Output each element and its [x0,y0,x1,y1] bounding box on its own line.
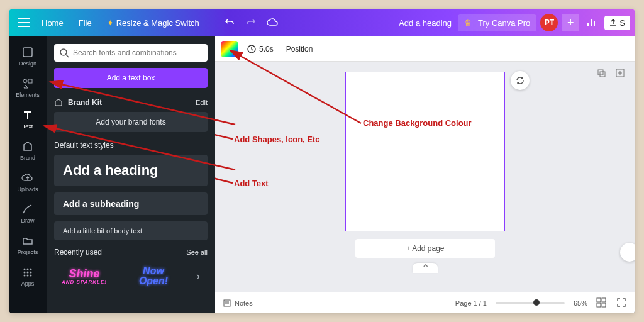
grid-view-button[interactable] [596,297,608,309]
add-text-box-button[interactable]: Add a text box [54,68,208,88]
rail-text[interactable]: Text [9,103,46,135]
thumb-text: Now [143,266,164,276]
svg-rect-15 [600,72,605,77]
rail-label: Projects [18,249,38,255]
search-icon [59,48,69,58]
notes-button[interactable]: Notes [223,299,253,308]
rail-brand[interactable]: Brand [9,135,46,166]
thumb-text: AND SPARKLE! [62,279,107,285]
regenerate-button[interactable] [511,71,530,90]
brand-kit-label: Brand Kit [68,98,102,107]
analytics-icon[interactable] [583,14,601,31]
rail-elements[interactable]: Elements [9,72,46,103]
duplicate-page-button[interactable] [595,67,608,79]
avatar[interactable]: PT [540,14,558,31]
rail-label: Draw [21,218,34,224]
recently-used-label: Recently used [54,248,102,257]
top-bar: Home File ✦Resize & Magic Switch Add a h… [9,9,635,36]
canvas-area: 5.0s Position + Add page ⌃ Notes Page 1 … [215,36,635,313]
default-text-styles-label: Default text styles [54,141,208,150]
rail-apps[interactable]: Apps [9,260,46,292]
svg-point-5 [30,269,32,270]
bottom-bar: Notes Page 1 / 1 65% [215,292,635,313]
page-indicator[interactable]: Page 1 / 1 [455,299,487,307]
svg-rect-17 [224,300,230,306]
rail-draw[interactable]: Draw [9,197,46,229]
svg-point-6 [24,272,26,274]
menu-button[interactable] [14,13,34,33]
rail-label: Brand [20,155,35,161]
text-icon [21,108,35,122]
rail-label: Uploads [17,186,38,192]
rail-uploads[interactable]: Uploads [9,166,46,197]
rail-design[interactable]: Design [9,40,46,72]
svg-point-7 [27,272,29,274]
crown-icon: ✦ [107,18,114,28]
share-label: S [619,18,625,28]
cloud-sync-icon[interactable] [264,14,281,31]
brand-icon [21,140,35,153]
svg-point-12 [60,49,67,55]
notes-label: Notes [235,299,253,307]
next-thumb-button[interactable]: › [196,270,200,283]
help-button[interactable] [620,243,635,262]
upload-icon [609,19,617,26]
resize-magic-button[interactable]: ✦Resize & Magic Switch [99,14,207,31]
zoom-thumb[interactable] [533,299,540,306]
thumb-text: Open! [139,276,168,286]
svg-point-11 [30,275,32,277]
add-body-text-style[interactable]: Add a little bit of body text [54,221,208,240]
zoom-value[interactable]: 65% [574,299,587,307]
svg-rect-19 [602,298,606,302]
background-color-swatch[interactable] [221,41,238,57]
elements-icon [21,77,35,91]
svg-point-3 [24,269,26,270]
zoom-slider[interactable] [496,302,565,304]
try-canva-pro-button[interactable]: ♛Try Canva Pro [458,14,536,31]
text-panel: Add a text box Brand Kit Edit Add your b… [47,36,215,313]
add-page-icon-button[interactable] [614,67,626,79]
redo-button[interactable] [242,14,260,31]
svg-point-10 [27,275,29,277]
svg-rect-2 [28,79,32,83]
see-all-link[interactable]: See all [186,248,208,256]
side-rail: Design Elements Text Brand Uploads Draw … [9,36,47,313]
share-button[interactable]: S [604,16,630,30]
svg-rect-20 [597,303,601,307]
recent-thumb-shine[interactable]: ShineAND SPARKLE! [54,262,114,291]
file-link[interactable]: File [71,14,99,31]
svg-point-8 [30,272,32,274]
plus-button[interactable]: + [562,14,579,31]
notes-icon [223,299,231,308]
duration-control[interactable]: 5.0s [247,44,274,54]
svg-point-9 [24,275,26,277]
draw-icon [21,203,35,216]
search-field[interactable] [54,44,208,62]
timeline-expand-button[interactable]: ⌃ [413,263,438,273]
add-brand-fonts-button[interactable]: Add your brand fonts [54,112,208,132]
edit-brand-kit-link[interactable]: Edit [196,99,208,106]
rail-label: Design [19,60,36,67]
svg-rect-0 [23,48,32,57]
position-button[interactable]: Position [282,42,317,56]
context-bar: 5.0s Position [215,36,635,62]
svg-rect-21 [602,303,606,307]
uploads-icon [21,171,35,185]
undo-button[interactable] [221,14,238,31]
add-subheading-style[interactable]: Add a subheading [54,192,208,215]
recent-thumb-now-open[interactable]: NowOpen! [123,262,184,291]
svg-rect-18 [597,298,601,302]
duration-value: 5.0s [259,45,274,53]
add-page-button[interactable]: + Add page [355,239,494,258]
fullscreen-button[interactable] [616,297,628,309]
rail-label: Text [23,123,33,130]
add-heading-style[interactable]: Add a heading [54,155,208,186]
brandkit-icon [54,98,63,107]
search-input[interactable] [73,48,203,57]
home-link[interactable]: Home [34,14,71,31]
add-heading-button[interactable]: Add a heading [392,14,458,31]
canvas-page[interactable] [345,72,505,231]
rail-projects[interactable]: Projects [9,229,46,260]
thumb-text: Shine [69,268,99,279]
rail-label: Elements [16,92,40,98]
